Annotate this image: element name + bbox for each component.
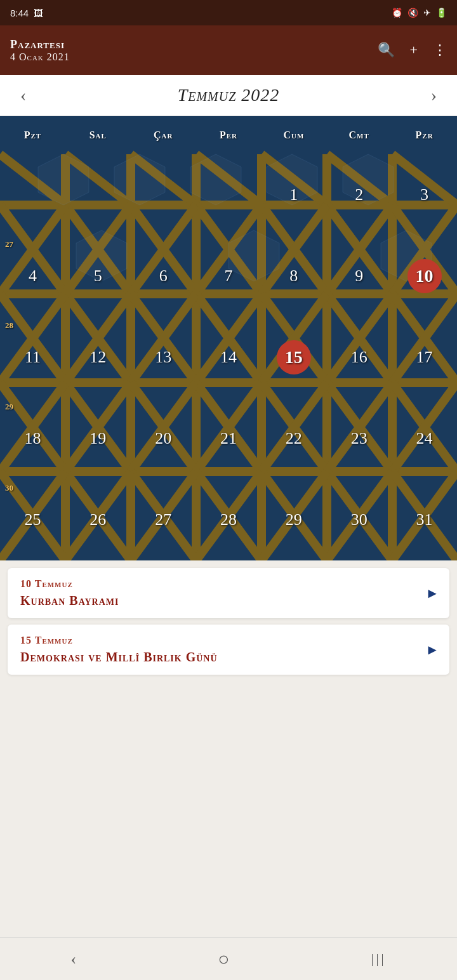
calendar-day[interactable]: 17: [392, 317, 457, 398]
calendar-day[interactable]: 29: [261, 479, 326, 560]
calendar-day[interactable]: 5: [65, 235, 131, 317]
calendar-day[interactable]: 26: [65, 479, 131, 560]
back-button[interactable]: ‹: [56, 944, 92, 974]
app-header: Pazartesi 4 Ocak 2021 🔍 + ⋮: [0, 25, 457, 75]
calendar-day[interactable]: 12: [65, 317, 131, 398]
header-icons: 🔍 + ⋮: [378, 42, 447, 58]
more-menu-icon[interactable]: ⋮: [433, 42, 447, 58]
calendar-day[interactable]: 15: [261, 317, 326, 398]
days-grid[interactable]: 1232745678910281112131415161729181920212…: [0, 154, 457, 560]
day-number: 23: [351, 429, 368, 448]
calendar-day[interactable]: 19: [65, 398, 131, 479]
day-number: 29: [286, 510, 302, 529]
day-number: 24: [416, 429, 433, 448]
calendar-day[interactable]: 8: [261, 235, 326, 317]
day-number: 18: [24, 429, 41, 448]
event-card[interactable]: 10 TemmuzKurban Bayramı►: [8, 568, 449, 618]
event-card[interactable]: 15 TemmuzDemokrasi ve Millî Birlik Günü►: [8, 625, 449, 675]
day-number: 12: [89, 348, 106, 367]
weekday-header: Cum: [261, 116, 326, 154]
calendar-day[interactable]: 10: [392, 235, 457, 317]
calendar-day[interactable]: 2: [326, 154, 392, 235]
day-number: 15: [277, 340, 311, 374]
calendar-day[interactable]: 1: [261, 154, 326, 235]
calendar-day[interactable]: 274: [0, 235, 65, 317]
status-icons: ⏰ 🔇 ✈ 🔋: [392, 8, 447, 18]
calendar-day[interactable]: 14: [196, 317, 262, 398]
day-number: 19: [89, 429, 106, 448]
event-arrow-icon[interactable]: ►: [425, 585, 439, 602]
calendar-day[interactable]: [196, 154, 262, 235]
status-time-area: 8:44 🖼: [10, 8, 43, 18]
day-number: 25: [24, 510, 41, 529]
day-number: 14: [220, 348, 237, 367]
calendar-container: PztSalÇarPerCumCmtPzr 123274567891028111…: [0, 116, 457, 560]
day-number: 8: [289, 267, 298, 286]
next-month-button[interactable]: ›: [423, 83, 444, 108]
calendar-day[interactable]: [65, 154, 131, 235]
calendar-day[interactable]: [131, 154, 196, 235]
day-number: 7: [224, 267, 232, 286]
calendar-day[interactable]: [0, 154, 65, 235]
weekday-header: Pzr: [392, 116, 457, 154]
battery-icon: 🔋: [436, 8, 447, 18]
add-button[interactable]: +: [410, 42, 418, 58]
prev-month-button[interactable]: ‹: [13, 83, 34, 108]
month-title: Temmuz 2022: [178, 85, 280, 105]
calendar-day[interactable]: 28: [196, 479, 262, 560]
mute-icon: 🔇: [407, 8, 418, 18]
calendar-day[interactable]: 7: [196, 235, 262, 317]
header-title-block: Pazartesi 4 Ocak 2021: [10, 38, 70, 63]
alarm-icon: ⏰: [392, 8, 402, 18]
event-arrow-icon[interactable]: ►: [425, 642, 439, 658]
status-bar: 8:44 🖼 ⏰ 🔇 ✈ 🔋: [0, 0, 457, 25]
week-number: 28: [5, 321, 13, 331]
calendar-day[interactable]: 23: [326, 398, 392, 479]
calendar-day[interactable]: 13: [131, 317, 196, 398]
day-number: 31: [416, 510, 433, 529]
recent-apps-button[interactable]: |||: [355, 946, 401, 971]
weekday-header: Cmt: [326, 116, 392, 154]
search-icon[interactable]: 🔍: [378, 42, 395, 58]
calendar-day[interactable]: 9: [326, 235, 392, 317]
airplane-icon: ✈: [423, 8, 431, 18]
day-number: 28: [220, 510, 237, 529]
day-number: 10: [407, 259, 442, 293]
status-time: 8:44: [10, 8, 29, 18]
day-number: 3: [420, 185, 428, 204]
home-button[interactable]: ○: [202, 943, 244, 975]
calendar-day[interactable]: 2811: [0, 317, 65, 398]
day-number: 13: [155, 348, 171, 367]
day-number: 5: [94, 267, 102, 286]
calendar-day[interactable]: 31: [392, 479, 457, 560]
calendar-day[interactable]: 30: [326, 479, 392, 560]
event-title: Demokrasi ve Millî Birlik Günü: [20, 650, 437, 665]
calendar-day[interactable]: 20: [131, 398, 196, 479]
day-number: 16: [351, 348, 368, 367]
calendar-day[interactable]: 3: [392, 154, 457, 235]
day-number: 21: [220, 429, 237, 448]
day-number: 22: [286, 429, 302, 448]
day-number: 17: [416, 348, 433, 367]
day-number: 11: [25, 348, 41, 367]
weekday-header: Pzt: [0, 116, 65, 154]
day-number: 9: [355, 267, 363, 286]
calendar-day[interactable]: 24: [392, 398, 457, 479]
header-date: 4 Ocak 2021: [10, 51, 70, 63]
calendar-day[interactable]: 6: [131, 235, 196, 317]
event-date: 15 Temmuz: [20, 635, 437, 646]
calendar-day[interactable]: 16: [326, 317, 392, 398]
calendar-day[interactable]: 3025: [0, 479, 65, 560]
calendar-day[interactable]: 22: [261, 398, 326, 479]
events-section: 10 TemmuzKurban Bayramı►15 TemmuzDemokra…: [0, 560, 457, 682]
day-number: 20: [155, 429, 171, 448]
event-date: 10 Temmuz: [20, 578, 437, 590]
day-number: 1: [289, 185, 298, 204]
calendar-day[interactable]: 27: [131, 479, 196, 560]
event-title: Kurban Bayramı: [20, 593, 437, 608]
calendar-day[interactable]: 2918: [0, 398, 65, 479]
month-nav: ‹ Temmuz 2022 ›: [0, 75, 457, 116]
header-day: Pazartesi: [10, 38, 70, 51]
calendar-day[interactable]: 21: [196, 398, 262, 479]
day-number: 2: [355, 185, 363, 204]
